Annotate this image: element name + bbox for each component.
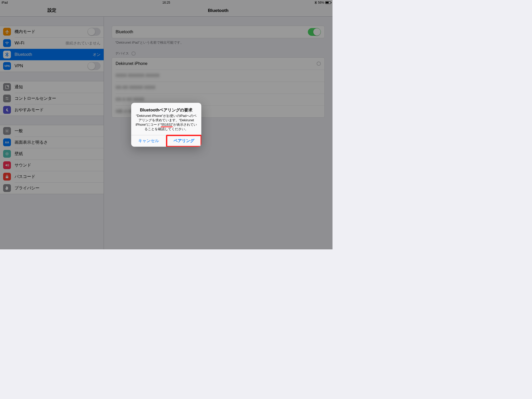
pairing-alert: Bluetoothペアリングの要求 “Dekirunet iPhone”がお使い… bbox=[131, 103, 201, 147]
pair-button[interactable]: ペアリング bbox=[166, 135, 202, 147]
alert-title: Bluetoothペアリングの要求 bbox=[135, 108, 198, 113]
pairing-code: 551632 bbox=[161, 123, 172, 127]
alert-message: “Dekirunet iPhone”がお使いのiPadへのペアリングを求めていま… bbox=[135, 114, 198, 131]
cancel-button[interactable]: キャンセル bbox=[131, 135, 166, 147]
